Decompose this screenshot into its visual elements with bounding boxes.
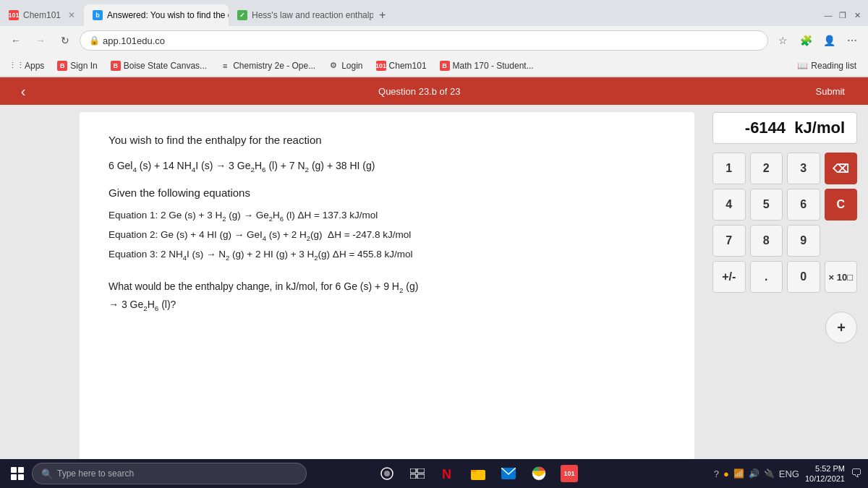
restore-button[interactable]: ❐ bbox=[838, 10, 848, 20]
calc-btn-0[interactable]: 0 bbox=[787, 261, 820, 293]
svg-point-1 bbox=[384, 471, 390, 476]
calc-btn-9[interactable]: 9 bbox=[787, 225, 820, 257]
notification-button[interactable]: 🗨 bbox=[851, 467, 862, 480]
tab-chem101[interactable]: 101 Chem101 ✕ bbox=[0, 4, 84, 26]
system-icons: ? ● 📶 🔊 🔌 ENG bbox=[714, 468, 799, 479]
bookmark-canvas[interactable]: B Boise State Canvas... bbox=[105, 59, 213, 72]
tab-close-chem101[interactable]: ✕ bbox=[68, 10, 75, 20]
tab-title-chem101: Chem101 bbox=[23, 10, 61, 20]
taskbar-cortana-button[interactable] bbox=[374, 461, 400, 487]
dot-icon: ● bbox=[723, 468, 729, 479]
tab-favicon-answered: b bbox=[93, 10, 103, 20]
question-label: Question 23.b of 23 bbox=[378, 86, 460, 97]
calc-grid: 1 2 3 ⌫ 4 5 6 C 7 8 9 +/- . 0 × 10□ bbox=[712, 153, 857, 293]
minimize-button[interactable]: — bbox=[823, 10, 833, 20]
volume-icon[interactable]: 🔊 bbox=[749, 468, 760, 479]
address-text: app.101edu.co bbox=[103, 35, 759, 46]
calc-btn-1[interactable]: 1 bbox=[712, 153, 746, 184]
calc-display-value: -6144 kJ/mol bbox=[745, 119, 845, 137]
windows-logo-icon bbox=[11, 467, 24, 480]
taskbar-chem101-button[interactable]: 101 bbox=[556, 461, 582, 487]
calc-btn-3[interactable]: 3 bbox=[787, 153, 820, 184]
tab-favicon-chem101: 101 bbox=[9, 10, 19, 20]
date-display: 10/12/2021 bbox=[805, 474, 845, 484]
tab-hess[interactable]: ✓ Hess's law and reaction enthalpy ✕ bbox=[229, 4, 373, 26]
taskbar-time[interactable]: 5:52 PM 10/12/2021 bbox=[805, 463, 845, 484]
bookmark-chemistry[interactable]: ≡ Chemistry 2e - Ope... bbox=[214, 59, 321, 72]
taskbar-mail-button[interactable] bbox=[495, 461, 522, 487]
reload-button[interactable]: ↻ bbox=[55, 30, 75, 51]
reading-list-icon: 📖 bbox=[797, 61, 808, 71]
calc-btn-7[interactable]: 7 bbox=[712, 225, 746, 257]
taskbar-search[interactable]: 🔍 Type here to search bbox=[32, 463, 307, 484]
svg-rect-5 bbox=[417, 474, 425, 479]
taskbar-task-view-button[interactable] bbox=[404, 461, 430, 487]
favorites-button[interactable]: ☆ bbox=[773, 30, 793, 51]
reading-list-button[interactable]: 📖 Reading list bbox=[791, 59, 862, 72]
content-panel: You wish to find the enthalpy for the re… bbox=[80, 112, 694, 460]
extensions-button[interactable]: 🧩 bbox=[796, 30, 816, 51]
tab-bar: 101 Chem101 ✕ b Answered: You wish to fi… bbox=[0, 0, 868, 26]
wifi-icon[interactable]: 📶 bbox=[733, 468, 744, 479]
content-intro: You wish to find the enthalpy for the re… bbox=[109, 134, 665, 146]
bookmark-signin-label: Sign In bbox=[70, 61, 97, 71]
calc-btn-4[interactable]: 4 bbox=[712, 189, 746, 221]
close-button[interactable]: ✕ bbox=[852, 10, 862, 20]
main-area: You wish to find the enthalpy for the re… bbox=[0, 105, 868, 467]
svg-rect-3 bbox=[417, 468, 425, 473]
language-label: ENG bbox=[779, 468, 799, 479]
address-actions: ☆ 🧩 👤 ⋯ bbox=[773, 30, 862, 51]
svg-rect-8 bbox=[471, 470, 477, 472]
bookmark-chem101-label: Chem101 bbox=[389, 61, 427, 71]
equation-list: Equation 1: 2 Ge (s) + 3 H2 (g) → Ge2H6 … bbox=[109, 206, 665, 264]
back-button[interactable]: ← bbox=[6, 30, 26, 51]
taskbar-explorer-button[interactable] bbox=[465, 461, 491, 487]
calc-btn-plusminus[interactable]: +/- bbox=[712, 261, 746, 293]
taskbar-search-text: Type here to search bbox=[57, 468, 134, 479]
calc-btn-6[interactable]: 6 bbox=[787, 189, 820, 221]
search-icon: 🔍 bbox=[41, 468, 53, 479]
address-input[interactable]: 🔒 app.101edu.co bbox=[80, 30, 768, 51]
calc-btn-clear[interactable]: C bbox=[825, 189, 858, 221]
calc-btn-8[interactable]: 8 bbox=[750, 225, 783, 257]
svg-rect-2 bbox=[410, 468, 416, 473]
time-display: 5:52 PM bbox=[815, 463, 845, 474]
window-controls: — ❐ ✕ bbox=[823, 10, 868, 20]
profile-button[interactable]: 👤 bbox=[819, 30, 839, 51]
tab-favicon-hess: ✓ bbox=[237, 10, 247, 20]
bookmark-chem101-favicon: 101 bbox=[376, 61, 386, 71]
taskbar-chrome-button[interactable] bbox=[526, 461, 552, 487]
main-reaction: 6 Gel4 (s) + 14 NH4I (s) → 3 Ge2H6 (l) +… bbox=[109, 158, 665, 175]
forward-button[interactable]: → bbox=[30, 30, 51, 51]
calc-btn-decimal[interactable]: . bbox=[750, 261, 783, 293]
bookmark-login[interactable]: ⚙ Login bbox=[323, 59, 368, 72]
bookmark-canvas-label: Boise State Canvas... bbox=[124, 61, 207, 71]
bookmark-signin[interactable]: B Sign In bbox=[51, 59, 103, 72]
battery-icon[interactable]: 🔌 bbox=[764, 468, 775, 479]
bookmark-math-favicon: B bbox=[440, 61, 450, 71]
tab-title-answered: Answered: You wish to find the e... bbox=[107, 10, 229, 20]
bookmark-canvas-favicon: B bbox=[111, 61, 121, 71]
taskbar-center: N 101 bbox=[374, 461, 582, 487]
equation-3: Equation 3: 2 NH4I (s) → N2 (g) + 2 HI (… bbox=[109, 245, 665, 265]
bookmark-math[interactable]: B Math 170 - Student... bbox=[434, 59, 540, 72]
bookmark-chem101[interactable]: 101 Chem101 bbox=[370, 59, 433, 72]
chevron-left-button[interactable]: ‹ bbox=[12, 81, 35, 101]
settings-button[interactable]: ⋯ bbox=[842, 30, 862, 51]
bookmark-apps-label: Apps bbox=[25, 61, 44, 71]
bookmarks-bar: ⋮⋮ Apps B Sign In B Boise State Canvas..… bbox=[0, 55, 868, 77]
start-button[interactable] bbox=[6, 462, 29, 485]
reading-list-label: Reading list bbox=[811, 61, 856, 71]
calc-btn-5[interactable]: 5 bbox=[750, 189, 783, 221]
side-panel: -6144 kJ/mol 1 2 3 ⌫ 4 5 6 C 7 8 9 +/- .… bbox=[702, 105, 868, 467]
calc-btn-backspace[interactable]: ⌫ bbox=[825, 153, 858, 184]
svg-text:N: N bbox=[442, 467, 451, 481]
tab-answered[interactable]: b Answered: You wish to find the e... ✕ bbox=[84, 4, 229, 26]
submit-button[interactable]: Submit bbox=[804, 83, 856, 100]
taskbar-netflix-button[interactable]: N bbox=[435, 461, 461, 487]
calc-plus-button[interactable]: + bbox=[825, 312, 857, 343]
new-tab-button[interactable]: + bbox=[373, 6, 391, 25]
calc-btn-2[interactable]: 2 bbox=[750, 153, 783, 184]
calc-btn-times100[interactable]: × 10□ bbox=[825, 261, 858, 293]
bookmark-apps[interactable]: ⋮⋮ Apps bbox=[6, 59, 50, 72]
